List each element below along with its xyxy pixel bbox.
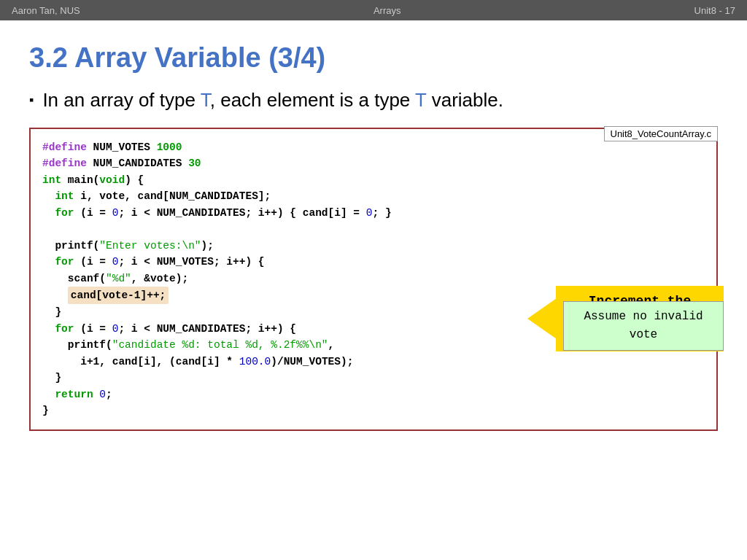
code-line-14: } xyxy=(42,370,705,386)
code-line-15: return 0; xyxy=(42,386,705,402)
callout-assume-text: Assume no invalid vote xyxy=(584,310,703,341)
header-author: Aaron Tan, NUS xyxy=(12,5,80,16)
slide-title: 3.2 Array Variable (3/4) xyxy=(29,42,718,74)
code-line-7: for (i = 0; i < NUM_VOTES; i++) { xyxy=(42,254,705,270)
type-T-2: T xyxy=(415,89,426,111)
code-line-16: } xyxy=(42,402,705,419)
filename-label: Unit8_VoteCountArray.c xyxy=(604,126,719,141)
slide-content: 3.2 Array Variable (3/4) ▪ In an array o… xyxy=(0,20,747,446)
code-line-blank1 xyxy=(42,221,705,237)
code-area: Unit8_VoteCountArray.c #define NUM_VOTES… xyxy=(29,128,718,431)
slide-header: Aaron Tan, NUS Arrays Unit8 - 17 xyxy=(0,0,747,20)
bullet-point: ▪ In an array of type T, each element is… xyxy=(29,88,718,113)
code-line-6: printf("Enter votes:\n"); xyxy=(42,238,705,254)
code-line-4: int i, vote, cand[NUM_CANDIDATES]; xyxy=(42,188,705,204)
code-line-8: scanf("%d", &vote); xyxy=(42,271,705,287)
type-T-1: T xyxy=(201,89,210,111)
bullet-marker: ▪ xyxy=(29,93,34,108)
callout-assume: Assume no invalid vote xyxy=(563,301,724,351)
code-line-5: for (i = 0; i < NUM_CANDIDATES; i++) { c… xyxy=(42,205,705,221)
header-page: Unit8 - 17 xyxy=(694,5,735,16)
arrow-icon xyxy=(527,298,557,339)
highlight-cand: cand[vote-1]++; xyxy=(68,287,169,304)
code-line-1: #define NUM_VOTES 1000 xyxy=(42,139,705,155)
code-line-13: i+1, cand[i], (cand[i] * 100.0)/NUM_VOTE… xyxy=(42,354,705,370)
code-block: #define NUM_VOTES 1000 #define NUM_CANDI… xyxy=(29,128,718,431)
code-line-3: int main(void) { xyxy=(42,172,705,188)
bullet-text: In an array of type T, each element is a… xyxy=(42,88,503,113)
code-line-2: #define NUM_CANDIDATES 30 xyxy=(42,155,705,171)
header-topic: Arrays xyxy=(374,5,401,16)
